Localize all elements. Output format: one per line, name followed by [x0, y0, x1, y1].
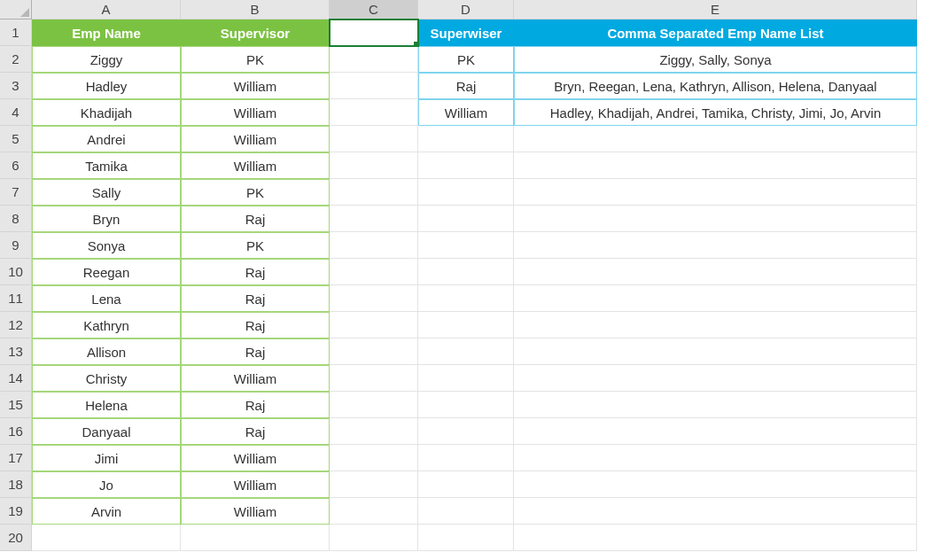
emp-name-cell[interactable]: Helena [32, 392, 181, 418]
emp-name-cell[interactable]: Khadijah [32, 99, 181, 126]
row-header-16[interactable]: 16 [0, 418, 32, 445]
cell-D10[interactable] [418, 259, 514, 285]
cell-C20[interactable] [330, 525, 418, 551]
cell-C17[interactable] [330, 445, 418, 471]
cell-D20[interactable] [418, 525, 514, 551]
col-header-E[interactable]: E [514, 0, 917, 19]
row-header-5[interactable]: 5 [0, 126, 32, 152]
cell-E18[interactable] [514, 471, 917, 498]
col-header-B[interactable]: B [181, 0, 330, 19]
row-header-18[interactable]: 18 [0, 471, 32, 498]
emp-name-cell[interactable]: Bryn [32, 206, 181, 232]
cell-C15[interactable] [330, 392, 418, 418]
cell-B20[interactable] [181, 525, 330, 551]
row-header-3[interactable]: 3 [0, 73, 32, 99]
row-header-20[interactable]: 20 [0, 525, 32, 551]
cell-E13[interactable] [514, 338, 917, 365]
row-header-14[interactable]: 14 [0, 365, 32, 392]
row-header-7[interactable]: 7 [0, 179, 32, 206]
summary-sup-cell[interactable]: William [418, 99, 514, 126]
cell-E14[interactable] [514, 365, 917, 392]
summary-list-cell[interactable]: Hadley, Khadijah, Andrei, Tamika, Christ… [514, 99, 917, 126]
supervisor-cell[interactable]: William [181, 471, 330, 498]
cell-E6[interactable] [514, 152, 917, 179]
cell-E11[interactable] [514, 285, 917, 312]
supervisor-cell[interactable]: PK [181, 46, 330, 73]
cell-D13[interactable] [418, 338, 514, 365]
cell-C11[interactable] [330, 285, 418, 312]
cell-E5[interactable] [514, 126, 917, 152]
supervisor-cell[interactable]: Raj [181, 392, 330, 418]
cell-C2[interactable] [330, 46, 418, 73]
cell-E19[interactable] [514, 498, 917, 525]
cell-D15[interactable] [418, 392, 514, 418]
cell-D12[interactable] [418, 312, 514, 338]
supervisor-cell[interactable]: Raj [181, 206, 330, 232]
cell-C7[interactable] [330, 179, 418, 206]
cell-C16[interactable] [330, 418, 418, 445]
cell-D11[interactable] [418, 285, 514, 312]
cell-D9[interactable] [418, 232, 514, 259]
emp-name-cell[interactable]: Tamika [32, 152, 181, 179]
cell-E8[interactable] [514, 206, 917, 232]
row-header-19[interactable]: 19 [0, 498, 32, 525]
supervisor-cell[interactable]: Raj [181, 338, 330, 365]
supervisor-cell[interactable]: William [181, 126, 330, 152]
emp-name-cell[interactable]: Reegan [32, 259, 181, 285]
row-header-4[interactable]: 4 [0, 99, 32, 126]
col-header-A[interactable]: A [32, 0, 181, 19]
row-header-9[interactable]: 9 [0, 232, 32, 259]
cell-E16[interactable] [514, 418, 917, 445]
cell-C12[interactable] [330, 312, 418, 338]
cell-D18[interactable] [418, 471, 514, 498]
cell-D8[interactable] [418, 206, 514, 232]
emp-name-cell[interactable]: Ziggy [32, 46, 181, 73]
cell-D5[interactable] [418, 126, 514, 152]
cell-E15[interactable] [514, 392, 917, 418]
col-header-C[interactable]: C [330, 0, 418, 19]
supervisor-cell[interactable]: Raj [181, 312, 330, 338]
row-header-6[interactable]: 6 [0, 152, 32, 179]
cell-D16[interactable] [418, 418, 514, 445]
supervisor-cell[interactable]: William [181, 99, 330, 126]
cell-C18[interactable] [330, 471, 418, 498]
row-header-15[interactable]: 15 [0, 392, 32, 418]
cell-E20[interactable] [514, 525, 917, 551]
emp-name-cell[interactable]: Hadley [32, 73, 181, 99]
emp-name-cell[interactable]: Arvin [32, 498, 181, 525]
cell-C19[interactable] [330, 498, 418, 525]
cell-C4[interactable] [330, 99, 418, 126]
row-header-8[interactable]: 8 [0, 206, 32, 232]
row-header-1[interactable]: 1 [0, 19, 32, 46]
emp-name-cell[interactable]: Jimi [32, 445, 181, 471]
cell-E9[interactable] [514, 232, 917, 259]
supervisor-cell[interactable]: PK [181, 232, 330, 259]
supervisor-cell[interactable]: Raj [181, 418, 330, 445]
spreadsheet-grid[interactable]: ABCDE1Emp NameSupervisorSuperwiserComma … [0, 0, 933, 551]
emp-name-cell[interactable]: Danyaal [32, 418, 181, 445]
cell-D14[interactable] [418, 365, 514, 392]
cell-C13[interactable] [330, 338, 418, 365]
cell-D6[interactable] [418, 152, 514, 179]
emp-name-cell[interactable]: Christy [32, 365, 181, 392]
cell-C3[interactable] [330, 73, 418, 99]
row-header-2[interactable]: 2 [0, 46, 32, 73]
cell-C9[interactable] [330, 232, 418, 259]
supervisor-cell[interactable]: Raj [181, 285, 330, 312]
row-header-17[interactable]: 17 [0, 445, 32, 471]
cell-C10[interactable] [330, 259, 418, 285]
cell-C5[interactable] [330, 126, 418, 152]
cell-C1[interactable] [330, 19, 418, 46]
emp-name-cell[interactable]: Kathryn [32, 312, 181, 338]
summary-list-cell[interactable]: Bryn, Reegan, Lena, Kathryn, Allison, He… [514, 73, 917, 99]
supervisor-cell[interactable]: William [181, 73, 330, 99]
supervisor-cell[interactable]: William [181, 498, 330, 525]
supervisor-cell[interactable]: William [181, 445, 330, 471]
supervisor-cell[interactable]: PK [181, 179, 330, 206]
cell-D7[interactable] [418, 179, 514, 206]
cell-D19[interactable] [418, 498, 514, 525]
cell-E7[interactable] [514, 179, 917, 206]
supervisor-cell[interactable]: William [181, 365, 330, 392]
row-header-10[interactable]: 10 [0, 259, 32, 285]
row-header-12[interactable]: 12 [0, 312, 32, 338]
